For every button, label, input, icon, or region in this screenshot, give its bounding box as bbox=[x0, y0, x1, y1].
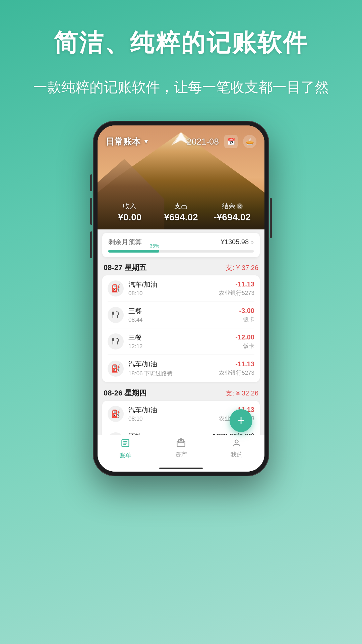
trans-icon-fuel2: ⛽ bbox=[108, 361, 124, 377]
trans-time: 08:10 bbox=[128, 416, 219, 422]
nav-item-profile[interactable]: 我的 bbox=[209, 438, 264, 459]
budget-card[interactable]: 剩余月预算 ¥1305.98 » 35% bbox=[102, 233, 260, 257]
budget-amount: ¥1305.98 bbox=[221, 238, 249, 246]
date-header-1: 08-27 星期五 支: ¥ 37.26 bbox=[102, 259, 260, 275]
nav-ledger-icon bbox=[121, 438, 130, 450]
income-value: ¥0.00 bbox=[104, 212, 156, 223]
income-label: 收入 bbox=[104, 202, 156, 211]
trans-amount: -11.13 bbox=[219, 280, 254, 288]
transaction-item[interactable]: 三餐 08:44 -3.00 饭卡 bbox=[108, 302, 254, 328]
trans-icon-repay bbox=[108, 432, 124, 435]
app-header: 日常账本 ▼ 2021-08 📅 🥧 bbox=[98, 125, 264, 229]
trans-account: 饭卡 bbox=[235, 342, 254, 350]
trans-time-note: 18:06 下班过路费 bbox=[128, 370, 219, 377]
trans-info: 汽车/加油 08:10 bbox=[128, 406, 219, 422]
trans-amount-area: -3.00 饭卡 bbox=[239, 307, 254, 323]
promo-section: 简洁、纯粹的记账软件 一款纯粹的记账软件，让每一笔收支都一目了然 bbox=[0, 0, 362, 99]
expense-label: 支出 bbox=[156, 202, 207, 211]
trans-category: 还款 bbox=[128, 432, 212, 435]
trans-amount: -11.13 bbox=[219, 360, 254, 368]
budget-bar: 35% bbox=[108, 250, 159, 253]
trans-account: 农业银行5273 bbox=[219, 289, 254, 297]
expense-value: ¥694.02 bbox=[156, 212, 207, 223]
dropdown-icon: ▼ bbox=[143, 138, 149, 145]
nav-profile-icon bbox=[232, 438, 241, 449]
date-display: 2021-08 bbox=[187, 137, 219, 147]
date-total-1: 支: ¥ 37.26 bbox=[226, 263, 258, 272]
date-group-1: 08-27 星期五 支: ¥ 37.26 ⛽ 汽车/加油 08:10 bbox=[102, 259, 260, 382]
date-header-2: 08-26 星期四 支: ¥ 32.26 bbox=[102, 385, 260, 401]
trans-icon-fuel: ⛽ bbox=[108, 280, 124, 297]
trans-time: 08:44 bbox=[128, 317, 239, 323]
trans-time: 08:10 bbox=[128, 290, 219, 297]
balance-stat: 结余 ⊙ -¥694.02 bbox=[206, 202, 258, 223]
trans-amount: -3.00 bbox=[239, 307, 254, 315]
account-name: 日常账本 bbox=[106, 136, 140, 148]
transaction-item[interactable]: ⛽ 汽车/加油 18:06 下班过路费 -11.13 bbox=[108, 355, 254, 382]
trans-amount: 1288.00(0.00) bbox=[212, 432, 254, 435]
trans-amount: -12.00 bbox=[235, 333, 254, 341]
nav-item-ledger[interactable]: 账单 bbox=[98, 438, 153, 460]
header-controls: 2021-08 📅 🥧 bbox=[187, 135, 256, 148]
trans-account: 饭卡 bbox=[239, 316, 254, 323]
date-text-1: 08-27 星期五 bbox=[104, 263, 146, 273]
phone-screen: 日常账本 ▼ 2021-08 📅 🥧 bbox=[98, 125, 264, 472]
budget-chevron-icon: » bbox=[251, 239, 254, 245]
chart-button[interactable]: 🥧 bbox=[243, 135, 256, 148]
trans-amount-area: 1288.00(0.00) 支付宝_平安银行 bbox=[212, 432, 254, 435]
page-title: 简洁、纯粹的记账软件 bbox=[20, 27, 342, 59]
svg-rect-10 bbox=[177, 441, 185, 446]
trans-icon: ⛽ bbox=[108, 406, 124, 422]
trans-category: 三餐 bbox=[128, 333, 235, 342]
trans-info: 还款 09:43 bbox=[128, 432, 212, 435]
trans-amount-area: -11.13 农业银行5273 bbox=[219, 280, 254, 297]
page-subtitle: 一款纯粹的记账软件，让每一笔收支都一目了然 bbox=[20, 75, 342, 99]
fab-plus-icon: + bbox=[237, 414, 245, 427]
transaction-card-1: ⛽ 汽车/加油 08:10 -11.13 农业银行5273 bbox=[102, 275, 260, 382]
trans-category: 汽车/加油 bbox=[128, 360, 219, 369]
home-indicator bbox=[98, 465, 264, 472]
trans-info: 三餐 12:12 bbox=[128, 333, 235, 350]
trans-amount-area: -11.13 农业银行5273 bbox=[219, 360, 254, 377]
trans-amount-area: -12.00 饭卡 bbox=[235, 333, 254, 350]
page-container: 简洁、纯粹的记账软件 一款纯粹的记账软件，让每一笔收支都一目了然 bbox=[0, 0, 362, 644]
trans-category: 汽车/加油 bbox=[128, 406, 219, 415]
date-text-2: 08-26 星期四 bbox=[104, 388, 146, 398]
fab-add-button[interactable]: + bbox=[230, 409, 252, 432]
phone-mockup: 日常账本 ▼ 2021-08 📅 🥧 bbox=[93, 121, 269, 476]
budget-percent: 35% bbox=[150, 243, 159, 249]
trans-info: 汽车/加油 18:06 下班过路费 bbox=[128, 360, 219, 377]
nav-assets-icon bbox=[176, 438, 186, 449]
phone-shell: 日常账本 ▼ 2021-08 📅 🥧 bbox=[93, 121, 269, 476]
nav-assets-label: 资产 bbox=[175, 450, 187, 459]
trans-category: 三餐 bbox=[128, 307, 239, 316]
trans-category: 汽车/加油 bbox=[128, 280, 219, 289]
trans-info: 三餐 08:44 bbox=[128, 307, 239, 323]
home-bar bbox=[159, 468, 203, 469]
trans-icon-meal bbox=[108, 307, 124, 323]
trans-info: 汽车/加油 08:10 bbox=[128, 280, 219, 297]
balance-value: -¥694.02 bbox=[206, 212, 258, 223]
trans-time: 12:12 bbox=[128, 343, 235, 350]
trans-icon-meal2 bbox=[108, 333, 124, 350]
svg-point-13 bbox=[235, 440, 238, 443]
nav-item-assets[interactable]: 资产 bbox=[153, 438, 209, 459]
nav-profile-label: 我的 bbox=[231, 450, 243, 459]
calendar-button[interactable]: 📅 bbox=[224, 135, 238, 148]
budget-label: 剩余月预算 bbox=[108, 237, 142, 247]
date-total-2: 支: ¥ 32.26 bbox=[226, 389, 258, 398]
transaction-list: 08-27 星期五 支: ¥ 37.26 ⛽ 汽车/加油 08:10 bbox=[98, 259, 264, 435]
income-stat: 收入 ¥0.00 bbox=[104, 202, 156, 223]
nav-ledger-label: 账单 bbox=[119, 451, 131, 460]
transaction-item[interactable]: 三餐 12:12 -12.00 饭卡 bbox=[108, 328, 254, 355]
balance-label: 结余 ⊙ bbox=[206, 202, 258, 211]
bottom-nav: 账单 资产 bbox=[98, 435, 264, 465]
app-content: 剩余月预算 ¥1305.98 » 35% bbox=[98, 229, 264, 435]
expense-stat: 支出 ¥694.02 bbox=[156, 202, 207, 223]
account-selector[interactable]: 日常账本 ▼ bbox=[106, 136, 149, 148]
trans-account: 农业银行5273 bbox=[219, 369, 254, 377]
transaction-item[interactable]: ⛽ 汽车/加油 08:10 -11.13 农业银行5273 bbox=[108, 275, 254, 302]
header-stats: 收入 ¥0.00 支出 ¥694.02 结余 ⊙ -¥6 bbox=[98, 198, 264, 229]
header-top-bar: 日常账本 ▼ 2021-08 📅 🥧 bbox=[98, 125, 264, 152]
